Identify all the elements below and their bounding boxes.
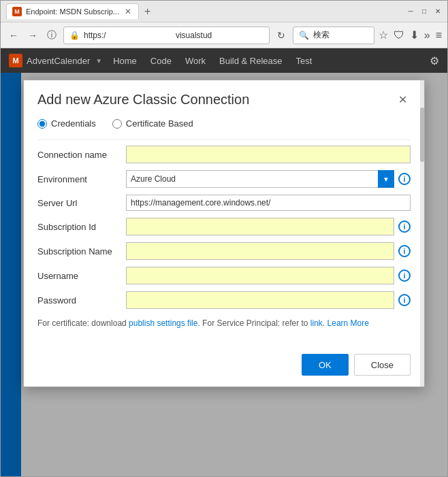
footer-note: For certificate: download publish settin… xyxy=(37,317,411,329)
form-row-subscription-name: Subscription Name i xyxy=(37,242,411,260)
label-environment: Environment xyxy=(37,174,126,184)
window-controls: ─ □ ✕ xyxy=(406,7,442,16)
address-bar: ← → ⓘ 🔒 https:/ visualstud ↻ 🔍 検索 ☆ 🛡 ⬇ … xyxy=(1,22,447,48)
back-button[interactable]: ← xyxy=(6,28,21,43)
label-subscription-id: Subscription Id xyxy=(37,222,126,232)
radio-certificate[interactable]: Certificate Based xyxy=(112,118,193,129)
form-row-username: Username i xyxy=(37,267,411,284)
input-username[interactable] xyxy=(126,267,394,284)
footer-text-1: For certificate: download xyxy=(37,318,129,328)
form-row-password: Password i xyxy=(37,291,411,309)
nav-build-release[interactable]: Build & Release xyxy=(219,53,283,69)
static-server-url: https://management.core.windows.net/ xyxy=(126,195,411,211)
input-subscription-id[interactable] xyxy=(126,218,394,235)
link-ref[interactable]: link xyxy=(310,318,323,328)
field-server-url: https://management.core.windows.net/ xyxy=(126,195,411,211)
input-subscription-name[interactable] xyxy=(126,242,394,260)
nav-home[interactable]: Home xyxy=(113,53,137,69)
lock-icon: 🔒 xyxy=(69,31,80,40)
form-row-environment: Environment Azure Cloud Azure China Clou… xyxy=(37,170,411,188)
settings-icon[interactable]: ⚙ xyxy=(430,54,439,67)
radio-credentials-label: Credentials xyxy=(51,118,96,129)
download-icon[interactable]: ⬇ xyxy=(410,29,419,42)
nav-code[interactable]: Code xyxy=(150,53,172,69)
window-close-button[interactable]: ✕ xyxy=(434,7,442,16)
username-info-icon[interactable]: i xyxy=(398,269,411,282)
search-placeholder: 検索 xyxy=(313,29,368,41)
field-connection-name xyxy=(126,146,411,163)
address-input-wrapper[interactable]: 🔒 https:/ visualstud xyxy=(63,27,270,44)
label-username: Username xyxy=(37,271,126,281)
label-password: Password xyxy=(37,295,126,306)
browser-window: M Endpoint: MSDN Subscrip... ✕ + ─ □ ✕ ←… xyxy=(0,0,448,477)
form-row-connection-name: Connection name xyxy=(37,146,411,163)
modal-footer: OK Close xyxy=(24,346,424,386)
info-button[interactable]: ⓘ xyxy=(44,28,59,43)
tab-title: Endpoint: MSDN Subscrip... xyxy=(26,7,119,16)
radio-certificate-input[interactable] xyxy=(112,119,122,129)
label-connection-name: Connection name xyxy=(37,150,126,160)
tab-area: M Endpoint: MSDN Subscrip... ✕ + xyxy=(6,3,406,19)
modal-scrollbar xyxy=(420,80,424,386)
form-row-server-url: Server Url https://management.core.windo… xyxy=(37,195,411,211)
field-username: i xyxy=(126,267,411,284)
footer-text-2: . For Service Principal: refer to xyxy=(197,318,310,328)
overflow-icon[interactable]: » xyxy=(424,29,430,42)
radio-group: Credentials Certificate Based xyxy=(37,118,411,129)
modal-overlay: Add new Azure Classic Connection ✕ Crede… xyxy=(1,73,447,476)
app-bar-right: ⚙ xyxy=(430,54,439,67)
modal-header: Add new Azure Classic Connection ✕ xyxy=(24,80,424,113)
app-logo-icon: M xyxy=(9,54,22,67)
address-domain: visualstud xyxy=(176,31,263,40)
maximize-button[interactable]: □ xyxy=(420,7,428,16)
toolbar-icons: ☆ 🛡 ⬇ » ≡ xyxy=(379,29,442,42)
modal-title: Add new Azure Classic Connection xyxy=(37,92,249,108)
app-bar: M AdventCalender ▼ Home Code Work Build … xyxy=(1,48,447,73)
browser-tab[interactable]: M Endpoint: MSDN Subscrip... ✕ xyxy=(6,3,139,19)
separator xyxy=(37,139,411,140)
field-subscription-id: i xyxy=(126,218,411,235)
radio-certificate-label: Certificate Based xyxy=(126,118,193,129)
search-icon: 🔍 xyxy=(299,31,309,40)
subscription-id-info-icon[interactable]: i xyxy=(398,220,411,233)
new-tab-button[interactable]: + xyxy=(142,5,153,18)
star-icon[interactable]: ☆ xyxy=(379,29,388,42)
select-environment-wrapper: Azure Cloud Azure China Cloud Azure US G… xyxy=(126,170,394,188)
field-environment: Azure Cloud Azure China Cloud Azure US G… xyxy=(126,170,411,188)
shield-icon[interactable]: 🛡 xyxy=(394,29,404,42)
nav-work[interactable]: Work xyxy=(185,53,206,69)
page-content: Add new Azure Classic Connection ✕ Crede… xyxy=(1,73,447,476)
app-logo-text: AdventCalender xyxy=(27,56,90,66)
minimize-button[interactable]: ─ xyxy=(406,7,415,16)
modal-dialog: Add new Azure Classic Connection ✕ Crede… xyxy=(23,80,425,387)
menu-icon[interactable]: ≡ xyxy=(436,29,442,42)
field-subscription-name: i xyxy=(126,242,411,260)
modal-scrollbar-thumb[interactable] xyxy=(420,108,424,162)
publish-settings-link[interactable]: publish settings file xyxy=(129,318,197,328)
modal-body: Credentials Certificate Based Connection… xyxy=(24,113,424,346)
label-server-url: Server Url xyxy=(37,198,126,208)
nav-test[interactable]: Test xyxy=(296,53,313,69)
tab-favicon: M xyxy=(12,7,22,16)
footer-text-3: . xyxy=(323,318,327,328)
select-environment[interactable]: Azure Cloud Azure China Cloud Azure US G… xyxy=(126,170,394,188)
refresh-button[interactable]: ↻ xyxy=(274,28,289,43)
forward-button[interactable]: → xyxy=(25,28,40,43)
learn-more-link[interactable]: Learn More xyxy=(327,318,369,328)
ok-button[interactable]: OK xyxy=(302,354,349,376)
subscription-name-info-icon[interactable]: i xyxy=(398,245,411,257)
app-logo: M AdventCalender ▼ xyxy=(9,54,102,67)
search-input[interactable]: 🔍 検索 xyxy=(293,27,374,44)
input-password[interactable] xyxy=(126,291,394,309)
input-connection-name[interactable] xyxy=(126,146,411,163)
chevron-down-icon[interactable]: ▼ xyxy=(95,57,102,65)
environment-info-icon[interactable]: i xyxy=(398,173,411,185)
form-row-subscription-id: Subscription Id i xyxy=(37,218,411,235)
radio-credentials[interactable]: Credentials xyxy=(37,118,96,129)
password-info-icon[interactable]: i xyxy=(398,294,411,306)
tab-close-icon[interactable]: ✕ xyxy=(123,7,133,16)
close-button[interactable]: Close xyxy=(354,354,411,376)
radio-credentials-input[interactable] xyxy=(37,119,47,129)
field-password: i xyxy=(126,291,411,309)
modal-close-button[interactable]: ✕ xyxy=(394,91,411,108)
